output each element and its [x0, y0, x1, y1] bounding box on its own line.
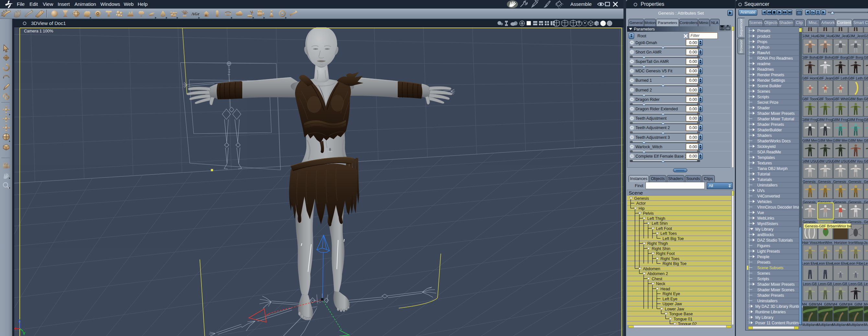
svg-text:G8M USU.: G8M USU.: [802, 159, 819, 163]
svg-text:G8M Frog.: G8M Frog.: [802, 118, 819, 122]
svg-text:IronWasp: IronWasp: [848, 241, 864, 245]
svg-text:0.00: 0.00: [689, 145, 697, 149]
svg-text:G3M_Hun.: G3M_Hun.: [817, 34, 834, 38]
svg-text:People: People: [757, 255, 770, 259]
svg-text:Multiplane.: Multiplane.: [817, 323, 834, 327]
svg-text:Neck: Neck: [656, 281, 665, 286]
svg-text:V4Converted: V4Converted: [757, 194, 780, 198]
svg-text:My Library: My Library: [755, 315, 773, 320]
svg-text:Tutorials: Tutorials: [757, 177, 772, 182]
svg-text:Ja: Ja: [864, 241, 868, 245]
svg-text:Textures: Textures: [757, 161, 772, 165]
svg-text:G8F Borg.: G8F Borg.: [832, 55, 849, 59]
svg-text:G3M_Jest.: G3M_Jest.: [832, 34, 849, 38]
svg-text:Dgt4l-Dmah: Dgt4l-Dmah: [636, 40, 657, 45]
svg-text:Short Gn AMR: Short Gn AMR: [636, 50, 662, 55]
svg-text:Complete Elf Female Base 1: Complete Elf Female Base 1: [636, 154, 687, 159]
svg-text:G8: G8: [864, 118, 868, 122]
svg-text:Browser: Browser: [739, 39, 743, 53]
svg-text:Render Settings: Render Settings: [757, 78, 785, 83]
svg-text:Leon Elve.: Leon Elve.: [832, 261, 849, 265]
svg-text:Tutorial: Tutorial: [757, 172, 770, 176]
svg-text:Genesis .: Genesis .: [848, 180, 863, 184]
svg-text:Actor: Actor: [637, 201, 646, 206]
svg-text:Leon Elve.: Leon Elve.: [817, 261, 834, 265]
svg-text:ShaderWorks Docs: ShaderWorks Docs: [757, 139, 790, 143]
svg-text:0.00: 0.00: [689, 50, 697, 55]
svg-text:Figures: Figures: [757, 244, 770, 248]
svg-text:G8M USU.: G8M USU.: [832, 159, 849, 163]
svg-text:Props: Props: [757, 39, 767, 44]
svg-text:product: product: [757, 34, 771, 38]
svg-text:G8M USU.: G8M USU.: [817, 159, 834, 163]
svg-text:My Library: My Library: [755, 227, 773, 231]
svg-text:RDNA Pro Readmes: RDNA Pro Readmes: [757, 56, 793, 61]
svg-text:0.00: 0.00: [689, 107, 697, 111]
svg-text:G8M Mer.: G8M Mer.: [802, 139, 818, 142]
svg-text:Y: Y: [23, 331, 26, 336]
svg-text:Right Toes: Right Toes: [660, 256, 680, 261]
svg-text:SOA ReadMe: SOA ReadMe: [757, 150, 781, 155]
svg-text:G8F Whit.: G8F Whit.: [833, 97, 849, 101]
svg-text:Templates: Templates: [757, 156, 775, 160]
svg-text:G8M Frog.: G8M Frog.: [847, 118, 864, 122]
svg-text:Uninstallers: Uninstallers: [757, 183, 778, 188]
svg-text:Right Shin: Right Shin: [652, 247, 671, 251]
svg-text:Genesis .: Genesis .: [833, 180, 848, 184]
svg-text:G8F Boho.: G8F Boho.: [802, 55, 819, 59]
svg-text:Left Toes: Left Toes: [660, 231, 677, 236]
svg-text:G3: G3: [864, 34, 868, 38]
svg-text:Left Eye: Left Eye: [663, 297, 678, 301]
svg-text:Shaders: Shaders: [757, 133, 772, 138]
svg-text:G8: G8: [864, 159, 868, 163]
svg-text:aniBlocks: aniBlocks: [757, 232, 774, 237]
svg-text:Z: Z: [18, 318, 21, 324]
svg-text:G8F Leth.: G8F Leth.: [848, 76, 864, 80]
svg-text:Shader Mixer Presets: Shader Mixer Presets: [757, 282, 795, 287]
svg-text:Tongue 01: Tongue 01: [674, 317, 692, 321]
svg-text:G8M Mer.: G8M Mer.: [833, 139, 848, 142]
svg-text:Left Big Toe: Left Big Toe: [663, 236, 684, 241]
svg-text:G8F Jean.: G8F Jean.: [817, 76, 834, 80]
svg-text:G3M_Jest.: G3M_Jest.: [847, 34, 864, 38]
svg-text:Shader Mixer Tutorial: Shader Mixer Tutorial: [757, 117, 794, 121]
svg-text:Leon-G8.: Leon-G8.: [818, 282, 833, 286]
svg-text:Hip: Hip: [639, 206, 645, 211]
svg-text:Light Presets: Light Presets: [757, 249, 780, 254]
svg-text:G8: G8: [864, 55, 868, 59]
svg-text:0.00: 0.00: [689, 154, 697, 159]
svg-text:G8F Boho.: G8F Boho.: [817, 55, 834, 59]
svg-text:Abdomen: Abdomen: [643, 267, 660, 271]
svg-text:Scripts: Scripts: [757, 277, 769, 281]
svg-text:Genesis-.: Genesis-.: [848, 220, 864, 224]
svg-text:Shader Presets: Shader Presets: [757, 293, 784, 298]
svg-text:RawArt: RawArt: [757, 51, 770, 55]
svg-text:G8M Frog.: G8M Frog.: [832, 118, 849, 122]
svg-text:Ge: Ge: [864, 180, 868, 184]
svg-text:Warlock_Witch: Warlock_Witch: [636, 145, 662, 149]
svg-text:Scripts: Scripts: [757, 95, 769, 99]
svg-text:Right Thigh: Right Thigh: [647, 241, 668, 246]
svg-text:Shader Presets: Shader Presets: [757, 122, 784, 127]
svg-text:G8M Ban.: G8M Ban.: [848, 97, 864, 101]
svg-text:Scenes: Scenes: [757, 271, 770, 276]
svg-text:Burned 2: Burned 2: [636, 88, 652, 92]
svg-text:Vue: Vue: [757, 211, 764, 215]
svg-text:Secret Prize: Secret Prize: [757, 100, 779, 105]
svg-text:M4_G8M .: M4_G8M .: [817, 302, 834, 306]
svg-text:G8F Borg.: G8F Borg.: [847, 55, 864, 59]
svg-text:Shader: Shader: [757, 106, 770, 110]
svg-text:Multiplane.: Multiplane.: [847, 323, 864, 327]
svg-text:Leon-G8.: Leon-G8.: [803, 282, 818, 286]
svg-text:VInnCircus Decoder Image: VInnCircus Decoder Image: [757, 205, 803, 209]
svg-text:G3M_Hun.: G3M_Hun.: [802, 34, 819, 38]
svg-text:Scene Subsets: Scene Subsets: [757, 265, 783, 270]
svg-text:Genesis-.: Genesis-.: [803, 220, 818, 224]
svg-text:Sickleyield: Sickleyield: [757, 144, 776, 149]
svg-text:SuperTall Gn AMR: SuperTall Gn AMR: [636, 59, 669, 64]
svg-text:DAZ Studio Tutorials: DAZ Studio Tutorials: [757, 238, 793, 243]
svg-text:Readmes: Readmes: [757, 67, 774, 72]
svg-text:Multiplane.: Multiplane.: [802, 323, 819, 327]
svg-text:G8: G8: [864, 97, 868, 101]
svg-text:Le: Le: [864, 261, 868, 265]
